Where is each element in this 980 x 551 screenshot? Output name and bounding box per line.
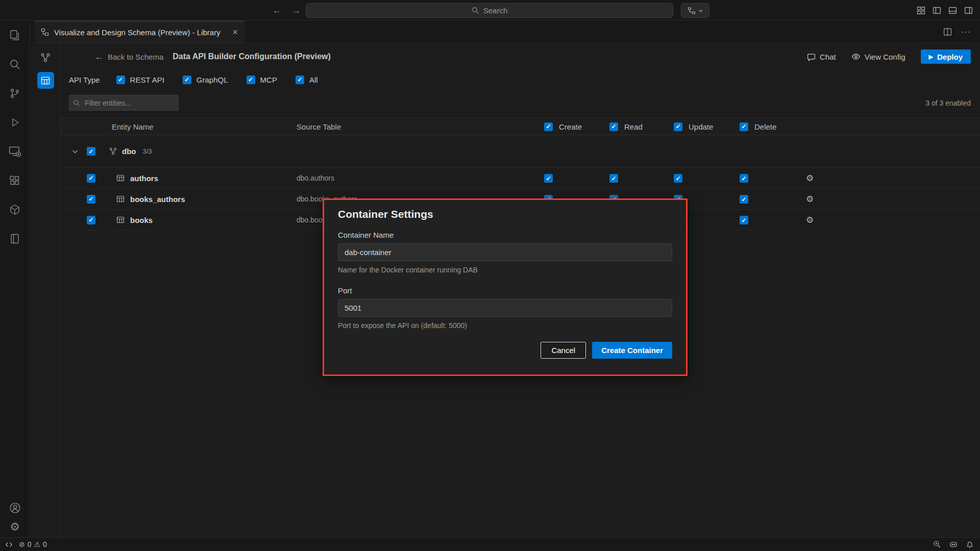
notifications-bell-icon[interactable] xyxy=(966,540,974,548)
search-icon xyxy=(472,7,479,14)
create-container-button[interactable]: Create Container xyxy=(592,342,672,359)
dialog-actions: Cancel Create Container xyxy=(338,342,672,359)
view-config-button[interactable]: View Config xyxy=(851,52,905,61)
designer-tool-rail xyxy=(31,43,61,537)
entity-name: books xyxy=(130,216,153,224)
delete-checkbox[interactable] xyxy=(740,216,748,224)
tab-bar: Visualize and Design Schema (Preview) - … xyxy=(31,21,980,43)
group-collapse-chevron-icon[interactable] xyxy=(71,147,79,156)
row-checkbox[interactable] xyxy=(87,174,95,183)
create-checkbox[interactable] xyxy=(544,174,553,183)
toggle-sidebar-right-icon[interactable] xyxy=(964,6,973,15)
remote-open-icon xyxy=(5,541,13,548)
all-option[interactable]: All xyxy=(296,76,318,84)
delete-checkbox[interactable] xyxy=(740,174,748,183)
group-name: dbo xyxy=(122,147,136,156)
delete-column-label: Delete xyxy=(754,122,776,131)
update-checkbox[interactable] xyxy=(674,174,682,183)
group-count: 3/3 xyxy=(143,147,152,155)
group-checkbox[interactable] xyxy=(87,147,95,156)
chat-button[interactable]: Chat xyxy=(807,53,836,61)
entity-name: books_authors xyxy=(130,195,185,204)
dab-config-table-icon[interactable] xyxy=(37,72,54,89)
more-actions-icon[interactable]: ··· xyxy=(961,28,971,37)
graphql-option[interactable]: GraphQL xyxy=(183,76,228,84)
create-all-checkbox[interactable] xyxy=(544,122,553,131)
eye-icon xyxy=(851,52,861,61)
update-column-label: Update xyxy=(689,122,713,131)
settings-gear-icon[interactable]: ⚙ xyxy=(8,520,22,534)
layout-controls xyxy=(917,0,973,20)
rest-api-checkbox[interactable] xyxy=(116,76,125,84)
read-checkbox[interactable] xyxy=(609,174,618,183)
port-help: Port to expose the API on (default: 5000… xyxy=(338,321,672,330)
warning-icon: ⚠ xyxy=(34,540,41,548)
create-column-header: Create xyxy=(544,122,609,131)
mcp-option[interactable]: MCP xyxy=(247,76,277,84)
create-column-label: Create xyxy=(559,122,582,131)
account-icon[interactable] xyxy=(8,500,22,515)
port-input[interactable] xyxy=(338,299,672,317)
row-settings-gear-icon[interactable]: ⚙ xyxy=(806,173,980,184)
toggle-panel-icon[interactable] xyxy=(948,6,957,15)
container-name-help: Name for the Docker container running DA… xyxy=(338,266,672,274)
rest-api-option[interactable]: REST API xyxy=(116,76,164,84)
delete-all-checkbox[interactable] xyxy=(740,122,748,131)
title-bar: ← → Search xyxy=(0,0,980,20)
search-view-icon[interactable] xyxy=(8,57,22,71)
problems-indicator[interactable]: ⊘ 0 ⚠ 0 xyxy=(19,540,47,548)
update-all-checkbox[interactable] xyxy=(674,122,682,131)
toggle-sidebar-left-icon[interactable] xyxy=(933,6,941,15)
play-icon: ▶ xyxy=(929,54,933,60)
back-nav-icon[interactable]: ← xyxy=(272,5,281,16)
tab-visualize-design-schema[interactable]: Visualize and Design Schema (Preview) - … xyxy=(35,21,244,43)
schema-designer-tab-icon xyxy=(41,28,49,36)
copilot-icon[interactable] xyxy=(949,540,958,548)
status-bar-right xyxy=(933,540,974,548)
port-field: Port Port to expose the API on (default:… xyxy=(338,286,672,330)
container-name-input[interactable] xyxy=(338,243,672,261)
row-settings-gear-icon[interactable]: ⚙ xyxy=(806,194,980,205)
forward-nav-icon[interactable]: → xyxy=(291,5,301,16)
page-header: ← Back to Schema Data API Builder Config… xyxy=(61,43,980,70)
deploy-label: Deploy xyxy=(937,53,963,61)
explorer-icon[interactable] xyxy=(8,28,22,42)
search-command-center[interactable]: Search xyxy=(306,3,673,18)
mcp-checkbox[interactable] xyxy=(247,76,255,84)
tab-close-icon[interactable]: × xyxy=(232,28,238,37)
zoom-icon[interactable] xyxy=(933,540,941,548)
source-control-icon[interactable] xyxy=(8,86,22,101)
flow-icon xyxy=(688,7,696,15)
activity-bar-bottom: ⚙ xyxy=(8,500,22,537)
warning-count: 0 xyxy=(43,540,47,548)
session-menu-button[interactable] xyxy=(681,3,709,18)
graphql-checkbox[interactable] xyxy=(183,76,191,84)
schema-diagram-icon[interactable] xyxy=(38,50,53,65)
entity-cell: authors xyxy=(61,174,297,183)
remote-explorer-icon[interactable] xyxy=(8,144,22,159)
row-checkbox[interactable] xyxy=(87,195,95,204)
graphql-label: GraphQL xyxy=(197,76,228,84)
deploy-button[interactable]: ▶ Deploy xyxy=(921,49,971,64)
filter-entities-input[interactable] xyxy=(69,95,179,111)
remote-indicator[interactable] xyxy=(5,541,13,548)
containers-icon[interactable] xyxy=(8,203,22,217)
tab-title: Visualize and Design Schema (Preview) - … xyxy=(54,28,227,37)
customize-layout-icon[interactable] xyxy=(917,6,925,15)
all-checkbox[interactable] xyxy=(296,76,304,84)
container-name-label: Container Name xyxy=(338,231,672,239)
run-debug-icon[interactable] xyxy=(8,115,22,130)
delete-checkbox[interactable] xyxy=(740,195,748,204)
row-settings-gear-icon[interactable]: ⚙ xyxy=(806,215,980,226)
cancel-button[interactable]: Cancel xyxy=(541,342,586,359)
split-editor-icon[interactable] xyxy=(943,28,952,36)
back-to-schema-link[interactable]: ← Back to Schema xyxy=(94,52,163,62)
read-all-checkbox[interactable] xyxy=(609,122,618,131)
database-projects-icon[interactable] xyxy=(8,232,22,246)
extensions-icon[interactable] xyxy=(8,173,22,188)
read-column-label: Read xyxy=(624,122,643,131)
error-icon: ⊘ xyxy=(19,540,25,548)
activity-bar: ⚙ xyxy=(0,21,30,537)
schema-group-row: dbo 3/3 xyxy=(61,135,980,168)
row-checkbox[interactable] xyxy=(87,216,95,224)
